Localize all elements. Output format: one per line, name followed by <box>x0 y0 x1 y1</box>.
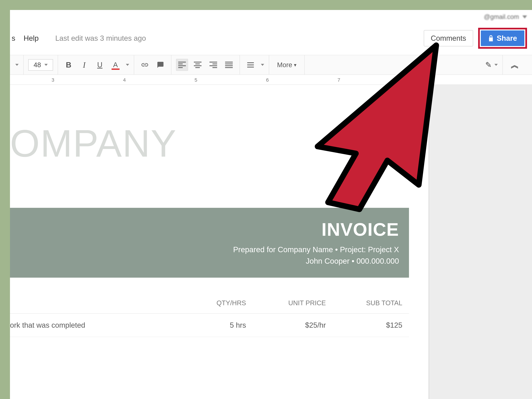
chevron-down-icon: ▾ <box>294 62 296 68</box>
share-button-label: Share <box>497 34 517 42</box>
company-heading[interactable]: OMPANY <box>10 121 177 165</box>
align-right-button[interactable] <box>207 59 219 71</box>
menu-item-fragment[interactable]: s <box>12 34 15 42</box>
ruler-mark: 3 <box>51 77 54 83</box>
last-edit-status[interactable]: Last edit was 3 minutes ago <box>55 34 146 42</box>
toolbar-group-align <box>171 55 240 75</box>
share-button[interactable]: Share <box>481 30 524 46</box>
align-center-button[interactable] <box>192 59 204 71</box>
chevron-down-icon[interactable] <box>261 64 264 66</box>
ruler-mark: 7 <box>337 77 340 83</box>
collapse-toolbar-button[interactable]: ︽ <box>507 59 522 70</box>
col-description <box>10 299 176 307</box>
chevron-down-icon <box>494 64 498 66</box>
align-left-button[interactable] <box>176 59 188 71</box>
formatting-toolbar: 48 B I U A <box>10 55 532 75</box>
toolbar-group-spacing <box>240 55 269 75</box>
ruler-mark: 4 <box>123 77 126 83</box>
menu-bar: s Help Last edit was 3 minutes ago <box>10 34 146 42</box>
col-unit-price: UNIT PRICE <box>246 299 326 307</box>
chevron-down-icon[interactable] <box>126 64 129 66</box>
share-highlight-box: Share <box>478 28 527 49</box>
line-spacing-button[interactable] <box>245 59 257 71</box>
document-area[interactable]: OMPANY INVOICE Prepared for Company Name… <box>10 85 429 399</box>
menu-bar-row: s Help Last edit was 3 minutes ago Comme… <box>10 28 532 48</box>
chevron-down-icon[interactable] <box>15 64 19 66</box>
font-size-value: 48 <box>34 61 41 69</box>
toolbar-group-insert <box>134 55 171 75</box>
insert-comment-button[interactable] <box>154 59 166 71</box>
ruler-mark: 6 <box>266 77 269 83</box>
table-header-row: QTY/HRS UNIT PRICE SUB TOTAL <box>10 293 409 314</box>
cell-description[interactable]: ork that was completed <box>10 321 176 329</box>
more-label: More <box>277 61 292 69</box>
account-dropdown-icon[interactable] <box>522 15 527 19</box>
horizontal-ruler[interactable]: 3 4 5 6 7 <box>10 75 532 85</box>
bold-button[interactable]: B <box>63 59 75 71</box>
outer-frame: @gmail.com s Help Last edit was 3 minute… <box>0 0 532 399</box>
invoice-title[interactable]: INVOICE <box>322 219 399 240</box>
italic-button[interactable]: I <box>78 59 90 71</box>
document-page[interactable]: OMPANY INVOICE Prepared for Company Name… <box>10 88 429 399</box>
account-row[interactable]: @gmail.com <box>484 13 527 20</box>
invoice-banner[interactable]: INVOICE Prepared for Company Name • Proj… <box>10 208 409 278</box>
underline-button[interactable]: U <box>94 59 106 71</box>
editing-mode-button[interactable]: ✎ <box>485 60 498 69</box>
comments-button[interactable]: Comments <box>424 30 473 46</box>
toolbar-group-right: ✎ <box>481 55 502 75</box>
chevron-down-icon <box>44 64 48 66</box>
col-qty: QTY/HRS <box>176 299 246 307</box>
text-color-button[interactable]: A <box>110 59 121 71</box>
toolbar-group-left <box>10 55 24 75</box>
google-docs-app: @gmail.com s Help Last edit was 3 minute… <box>10 10 532 399</box>
cell-qty[interactable]: 5 hrs <box>176 321 246 329</box>
account-email[interactable]: @gmail.com <box>484 13 519 20</box>
table-row[interactable]: ork that was completed 5 hrs $25/hr $125 <box>10 314 409 337</box>
chevron-up-double-icon: ︽ <box>511 60 519 70</box>
toolbar-group-more: More ▾ <box>269 55 305 75</box>
cell-subtotal[interactable]: $125 <box>326 321 402 329</box>
align-justify-button[interactable] <box>223 59 235 71</box>
invoice-table[interactable]: QTY/HRS UNIT PRICE SUB TOTAL ork that wa… <box>10 293 409 337</box>
menu-help[interactable]: Help <box>24 34 39 42</box>
pencil-icon: ✎ <box>485 60 492 69</box>
document-gutter <box>429 85 532 399</box>
more-button[interactable]: More ▾ <box>274 61 300 69</box>
toolbar-group-fontsize: 48 <box>24 55 58 75</box>
ruler-mark: 5 <box>195 77 197 83</box>
invoice-subline-2[interactable]: John Cooper • 000.000.000 <box>306 255 399 267</box>
font-size-select[interactable]: 48 <box>28 59 53 71</box>
toolbar-group-textstyle: B I U A <box>58 55 134 75</box>
cell-unit-price[interactable]: $25/hr <box>246 321 326 329</box>
col-subtotal: SUB TOTAL <box>326 299 402 307</box>
toolbar-group-collapse: ︽ <box>502 55 527 75</box>
lock-icon <box>488 35 494 42</box>
invoice-subline-1[interactable]: Prepared for Company Name • Project: Pro… <box>233 244 399 255</box>
insert-link-button[interactable] <box>139 59 151 71</box>
